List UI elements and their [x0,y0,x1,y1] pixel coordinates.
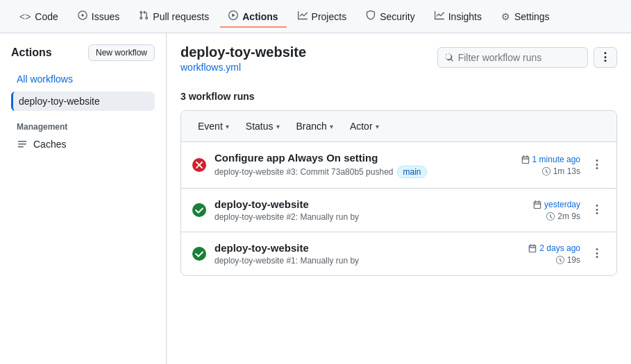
run-info: deploy-toy-website deploy-toy-website #2… [214,198,503,222]
filter-search-container [437,47,588,68]
run-title[interactable]: deploy-toy-website [214,242,503,254]
table-row: deploy-toy-website deploy-toy-website #2… [181,189,616,232]
top-navigation: <> Code Issues Pull requests Actions Pro… [0,0,631,33]
sidebar-title: Actions [11,46,52,59]
nav-item-security[interactable]: Security [357,5,423,28]
pull-request-icon [139,10,149,22]
run-time: 2 days ago [528,243,580,253]
issues-icon [78,10,87,22]
nav-item-actions[interactable]: Actions [220,5,286,28]
new-workflow-button[interactable]: New workflow [88,44,155,61]
run-subtitle: deploy-toy-website #1: Manually run by [214,256,503,266]
run-meta: yesterday 2m 9s [511,200,580,221]
filter-status-button[interactable]: Status ▾ [240,118,285,135]
run-subtitle: deploy-toy-website #3: Commit 73a80b5 pu… [214,166,503,178]
run-actions-button[interactable] [589,157,605,173]
projects-icon [298,10,308,22]
run-duration: 2m 9s [546,211,580,221]
run-time: yesterday [533,200,580,209]
sidebar-item-deploy-toy-website[interactable]: deploy-toy-website [11,92,155,111]
calendar-icon [521,155,530,164]
actor-chevron-icon: ▾ [376,123,379,130]
status-success-icon [192,247,206,261]
nav-item-pull-requests[interactable]: Pull requests [131,5,217,28]
svg-point-3 [192,203,206,217]
run-info: Configure app Always On setting deploy-t… [214,152,503,178]
branch-chevron-icon: ▾ [330,123,333,130]
status-success-icon [192,203,206,217]
run-time: 1 minute ago [521,155,580,164]
run-actions-button[interactable] [589,245,605,262]
actions-icon [228,10,238,22]
settings-icon: ⚙ [501,11,510,22]
workflow-file-link[interactable]: workflows.yml [180,62,306,73]
table-header: Event ▾ Status ▾ Branch ▾ Actor ▾ [181,111,616,142]
workflow-title: deploy-toy-website [180,44,306,60]
nav-item-projects[interactable]: Projects [289,5,355,28]
filter-branch-button[interactable]: Branch ▾ [291,118,339,135]
table-row: deploy-toy-website deploy-toy-website #1… [181,232,616,275]
run-duration: 19s [556,255,580,265]
more-options-button[interactable] [594,47,617,68]
clock-icon [556,256,564,264]
filter-search-input[interactable] [458,52,580,63]
filter-actor-button[interactable]: Actor ▾ [344,118,385,135]
status-fail-icon [192,158,206,172]
run-title[interactable]: deploy-toy-website [214,198,503,210]
run-subtitle: deploy-toy-website #2: Manually run by [214,212,503,222]
run-kebab-icon [591,248,603,259]
status-chevron-icon: ▾ [276,123,280,130]
sidebar-header: Actions New workflow [11,44,155,61]
nav-item-settings[interactable]: ⚙ Settings [493,6,558,28]
calendar-icon [528,244,537,252]
code-icon: <> [19,11,31,22]
filter-event-button[interactable]: Event ▾ [192,118,235,135]
svg-point-4 [192,247,206,261]
run-count: 3 workflow runs [180,91,617,102]
sidebar: Actions New workflow All workflows deplo… [0,33,167,364]
app-layout: Actions New workflow All workflows deplo… [0,33,631,364]
run-duration: 1m 13s [542,166,580,176]
run-kebab-icon [591,159,603,171]
run-info: deploy-toy-website deploy-toy-website #1… [214,242,503,266]
branch-badge: main [397,166,426,178]
svg-point-1 [81,14,84,17]
nav-item-code[interactable]: <> Code [11,6,67,28]
run-meta: 2 days ago 19s [511,243,580,265]
clock-icon [542,167,550,175]
run-meta: 1 minute ago 1m 13s [511,155,580,176]
runs-table: Event ▾ Status ▾ Branch ▾ Actor ▾ [180,110,617,276]
search-icon [445,53,454,62]
sidebar-management-section: Management [11,116,155,135]
calendar-icon [533,200,541,209]
workflow-header: deploy-toy-website workflows.yml [180,44,306,81]
clock-icon [546,212,555,220]
run-title[interactable]: Configure app Always On setting [214,152,503,164]
nav-item-issues[interactable]: Issues [69,5,128,28]
run-kebab-icon [591,205,603,216]
nav-item-insights[interactable]: Insights [426,5,490,28]
sidebar-all-workflows[interactable]: All workflows [11,69,155,89]
main-content: deploy-toy-website workflows.yml 3 workf… [167,33,631,364]
sidebar-item-caches[interactable]: Caches [11,135,155,154]
filter-bar [437,47,617,68]
run-actions-button[interactable] [589,202,605,218]
insights-icon [435,10,444,22]
event-chevron-icon: ▾ [226,123,229,130]
caches-icon [17,139,28,150]
security-icon [366,10,376,22]
table-row: Configure app Always On setting deploy-t… [181,142,616,189]
kebab-icon [600,52,611,63]
